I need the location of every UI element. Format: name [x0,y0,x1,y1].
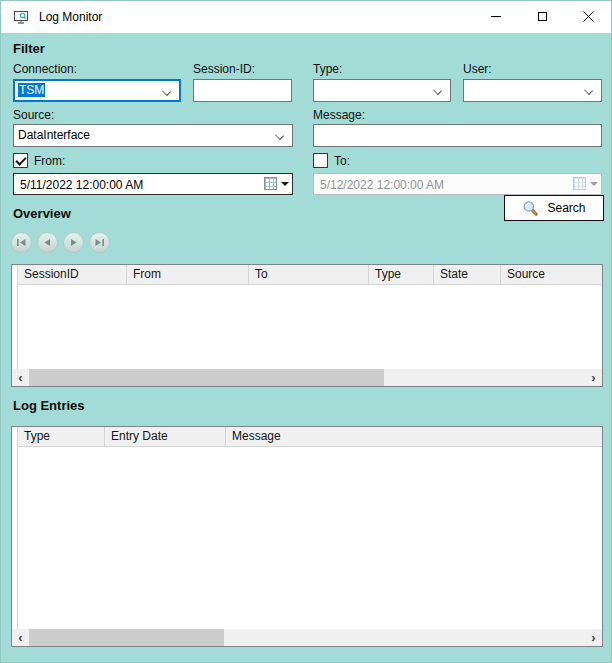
search-icon [522,200,539,217]
last-record-button[interactable] [89,232,110,253]
next-record-button[interactable] [63,232,84,253]
scroll-left-icon[interactable]: ‹ [12,369,29,386]
chevron-down-icon [584,86,593,95]
chevron-down-icon [162,87,171,96]
column-header-sessionid[interactable]: SessionID [18,265,127,284]
log-entries-grid-header: Type Entry Date Message [12,427,602,447]
log-entries-horizontal-scrollbar[interactable]: ‹ › [12,629,602,646]
source-combobox[interactable]: DataInterface [13,124,293,147]
maximize-icon [538,12,547,21]
message-label: Message: [313,108,365,122]
to-label: To: [334,154,350,168]
scroll-left-icon[interactable]: ‹ [12,629,29,646]
dropdown-arrow-icon [281,182,289,186]
message-input[interactable] [313,124,602,147]
overview-heading: Overview [13,206,71,221]
overview-horizontal-scrollbar[interactable]: ‹ › [12,369,602,386]
calendar-icon [264,177,277,190]
overview-grid: SessionID From To Type State Source ‹ › [11,264,603,387]
column-header-type[interactable]: Type [18,427,105,446]
chevron-down-icon [433,86,442,95]
user-combobox[interactable] [463,79,602,102]
log-entries-grid: Type Entry Date Message ‹ › [11,426,603,647]
close-button[interactable] [565,1,611,32]
scrollbar-thumb[interactable] [29,369,384,386]
column-header-to[interactable]: To [249,265,369,284]
from-calendar-dropdown[interactable] [264,177,289,190]
window-title: Log Monitor [39,10,102,24]
to-checkbox[interactable] [313,153,328,168]
log-monitor-window: Log Monitor Filter Connection: Session-I… [0,0,612,663]
minimize-icon [491,16,501,17]
scroll-right-icon[interactable]: › [585,629,602,646]
first-record-icon [16,238,27,247]
user-label: User: [463,62,492,76]
previous-record-icon [43,238,52,247]
scroll-right-icon[interactable]: › [585,369,602,386]
session-id-label: Session-ID: [193,62,255,76]
type-combobox[interactable] [313,79,451,102]
connection-label: Connection: [13,62,77,76]
overview-grid-header: SessionID From To Type State Source [12,265,602,285]
source-value: DataInterface [18,128,90,143]
row-header-strip [12,265,18,369]
column-header-entry-date[interactable]: Entry Date [105,427,226,446]
to-date-value: 5/12/2022 12:00:00 AM [320,178,444,192]
search-button-label: Search [547,201,585,215]
from-checkbox[interactable] [13,153,28,168]
row-header-strip [12,427,18,629]
log-entries-grid-body [19,448,602,629]
column-header-from[interactable]: From [127,265,249,284]
session-id-input[interactable] [193,79,292,102]
search-button[interactable]: Search [504,195,604,221]
last-record-icon [94,238,105,247]
column-header-message[interactable]: Message [226,427,596,446]
to-calendar-dropdown [573,177,598,190]
connection-combobox[interactable]: TSM [13,79,181,102]
type-label: Type: [313,62,342,76]
calendar-icon [573,177,586,190]
column-header-type[interactable]: Type [369,265,434,284]
previous-record-button[interactable] [37,232,58,253]
source-label: Source: [13,108,54,122]
from-label: From: [34,154,65,168]
chevron-down-icon [275,131,284,140]
column-header-source[interactable]: Source [501,265,602,284]
overview-grid-body [19,286,602,369]
log-entries-heading: Log Entries [13,398,85,413]
connection-value: TSM [18,83,45,97]
next-record-icon [69,238,78,247]
titlebar[interactable]: Log Monitor [1,1,611,33]
app-icon [13,9,29,25]
filter-heading: Filter [13,41,45,56]
column-header-state[interactable]: State [434,265,501,284]
close-icon [583,11,594,22]
dropdown-arrow-icon [590,182,598,186]
from-datetimepicker[interactable]: 5/11/2022 12:00:00 AM [13,173,293,195]
maximize-button[interactable] [519,1,565,32]
record-navigator [11,232,110,253]
to-datetimepicker: 5/12/2022 12:00:00 AM [313,173,602,195]
minimize-button[interactable] [473,1,519,32]
scrollbar-thumb[interactable] [29,629,224,646]
first-record-button[interactable] [11,232,32,253]
from-date-value: 5/11/2022 12:00:00 AM [20,178,143,192]
